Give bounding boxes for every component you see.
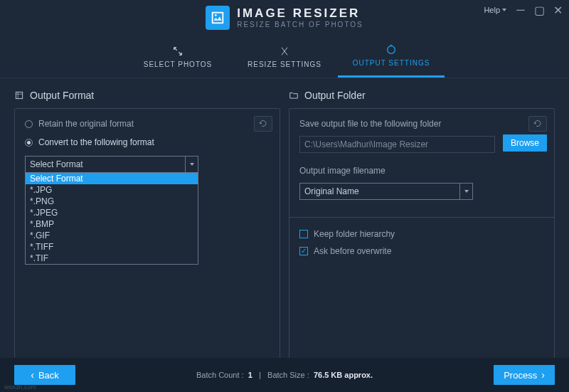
maximize-button[interactable]: ▢: [531, 3, 548, 17]
tab-label: OUTPUT SETTINGS: [353, 59, 430, 67]
format-option[interactable]: Select Format: [26, 173, 198, 184]
keep-hierarchy-checkbox[interactable]: Keep folder hierarchy: [299, 229, 544, 239]
format-option[interactable]: *.PNG: [26, 196, 198, 207]
close-button[interactable]: ✕: [549, 3, 566, 17]
back-label: Back: [38, 370, 59, 381]
format-dropdown: Select Format *.JPG *.PNG *.JPEG *.BMP *…: [25, 172, 198, 265]
select-value: Select Format: [30, 159, 83, 169]
chevron-left-icon: ‹: [31, 369, 34, 381]
watermark: wsxdn.com: [4, 383, 36, 391]
browse-button[interactable]: Browse: [503, 134, 547, 152]
footer-bar: ‹ Back Batch Count : 1 | Batch Size : 76…: [0, 358, 569, 392]
output-folder-panel: Output Folder Save output file to the fo…: [289, 87, 555, 363]
svg-rect-1: [213, 14, 223, 23]
format-select[interactable]: Select Format Select Format *.JPG *.PNG …: [25, 156, 198, 173]
process-button[interactable]: Process ›: [494, 365, 555, 385]
format-option[interactable]: *.JPG: [26, 184, 198, 196]
filename-label: Output image filename: [299, 166, 544, 176]
checkbox-icon: [299, 230, 308, 238]
app-title-main: IMAGE RESIZER: [237, 7, 363, 19]
heading-text: Output Folder: [304, 90, 366, 101]
svg-point-3: [388, 46, 395, 54]
checkbox-label: Ask before overwrite: [314, 246, 391, 256]
dropdown-arrow-icon: [185, 157, 198, 172]
retain-format-radio[interactable]: Retain the original format: [25, 119, 270, 129]
svg-point-2: [215, 14, 217, 16]
batch-count-value: 1: [248, 371, 252, 379]
divider: [289, 217, 554, 218]
batch-size-label: Batch Size :: [267, 371, 309, 379]
batch-count-label: Batch Count :: [196, 371, 244, 379]
output-icon: [385, 44, 397, 55]
app-logo-icon: [206, 6, 230, 30]
back-button[interactable]: ‹ Back: [14, 365, 75, 385]
resize-icon: [279, 46, 290, 57]
tab-output-settings[interactable]: OUTPUT SETTINGS: [338, 36, 445, 78]
chevron-right-icon: ›: [541, 369, 545, 381]
tab-resize-settings[interactable]: RESIZE SETTINGS: [231, 36, 338, 78]
tab-label: RESIZE SETTINGS: [248, 60, 321, 68]
app-title-sub: RESIZE BATCH OF PHOTOS: [237, 21, 363, 28]
app-title: IMAGE RESIZER RESIZE BATCH OF PHOTOS: [237, 7, 363, 28]
reset-folder-button[interactable]: [528, 116, 547, 132]
radio-label: Convert to the following format: [38, 137, 154, 147]
format-option[interactable]: *.BMP: [26, 218, 198, 230]
dropdown-arrow-icon: [459, 184, 472, 199]
filename-select[interactable]: Original Name: [299, 183, 473, 200]
reset-format-button[interactable]: [254, 116, 272, 132]
select-value: Original Name: [304, 186, 359, 196]
folder-icon: [289, 90, 299, 100]
help-menu-button[interactable]: Help: [479, 3, 511, 17]
output-folder-heading: Output Folder: [289, 87, 555, 108]
output-format-body: Retain the original format Convert to th…: [14, 108, 280, 363]
radio-icon: [25, 120, 33, 128]
radio-label: Retain the original format: [38, 119, 134, 129]
minimize-button[interactable]: ─: [512, 3, 529, 17]
checkbox-icon: [299, 247, 308, 255]
convert-format-radio[interactable]: Convert to the following format: [25, 137, 270, 147]
format-option[interactable]: *.TIF: [26, 253, 198, 264]
tabs-nav: SELECT PHOTOS RESIZE SETTINGS OUTPUT SET…: [0, 36, 569, 78]
radio-icon: [25, 139, 33, 147]
format-icon: [14, 90, 24, 100]
tab-select-photos[interactable]: SELECT PHOTOS: [124, 36, 231, 78]
format-option[interactable]: *.GIF: [26, 230, 198, 241]
output-format-heading: Output Format: [14, 87, 280, 108]
tab-label: SELECT PHOTOS: [144, 60, 213, 68]
batch-size-value: 76.5 KB approx.: [314, 371, 373, 379]
batch-info: Batch Count : 1 | Batch Size : 76.5 KB a…: [196, 371, 373, 379]
undo-icon: [533, 120, 542, 128]
output-folder-body: Save output file to the following folder…: [289, 108, 555, 363]
main-content: Output Format Retain the original format…: [0, 78, 569, 363]
title-bar: IMAGE RESIZER RESIZE BATCH OF PHOTOS Hel…: [0, 0, 569, 36]
save-folder-label: Save output file to the following folder: [299, 119, 544, 129]
svg-rect-4: [16, 92, 22, 98]
undo-icon: [259, 120, 267, 128]
heading-text: Output Format: [30, 90, 94, 101]
help-label: Help: [484, 6, 500, 14]
chevron-down-icon: [502, 9, 506, 11]
process-label: Process: [504, 370, 537, 381]
window-controls: Help ─ ▢ ✕: [479, 3, 566, 17]
ask-overwrite-checkbox[interactable]: Ask before overwrite: [299, 246, 544, 256]
checkbox-label: Keep folder hierarchy: [314, 229, 395, 239]
output-format-panel: Output Format Retain the original format…: [14, 87, 280, 363]
format-option[interactable]: *.TIFF: [26, 241, 198, 253]
format-option[interactable]: *.JPEG: [26, 207, 198, 218]
folder-path-input[interactable]: C:\Users\Madhuri\Image Resizer: [299, 136, 495, 153]
expand-arrows-icon: [172, 46, 184, 57]
